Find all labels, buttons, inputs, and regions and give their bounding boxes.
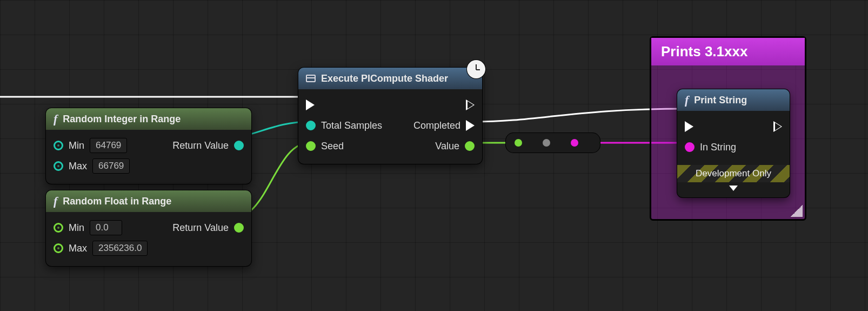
comment-title[interactable]: Prints 3.1xxx xyxy=(651,38,805,65)
pin-label: Min xyxy=(69,222,84,234)
pin-max-float[interactable] xyxy=(54,243,63,253)
pin-in-string[interactable] xyxy=(685,142,695,152)
node-print-string[interactable]: f Print String In String Development Onl… xyxy=(677,89,790,197)
input-max-value[interactable]: 2356236.0 xyxy=(92,241,148,256)
pin-return-int[interactable] xyxy=(234,141,244,150)
node-random-float-in-range[interactable]: f Random Float in Range Min 0.0 Max 2356… xyxy=(46,190,251,266)
input-max-value[interactable]: 66769 xyxy=(92,158,130,174)
pin-total-samples[interactable] xyxy=(306,121,316,130)
node-title: Execute PICompute Shader xyxy=(321,73,448,84)
node-title: Random Integer in Range xyxy=(63,114,181,125)
pin-label: In String xyxy=(700,142,736,153)
pin-return-float[interactable] xyxy=(234,223,244,233)
window-icon xyxy=(306,75,316,82)
pin-label: Max xyxy=(69,161,87,172)
exec-out-completed[interactable] xyxy=(466,120,475,131)
knot-center-icon xyxy=(543,139,550,147)
development-only-banner: Development Only xyxy=(677,165,790,182)
node-title: Random Float in Range xyxy=(63,196,171,207)
knot-in-float[interactable] xyxy=(515,139,522,147)
pin-label: Seed xyxy=(321,141,344,152)
reroute-knot[interactable] xyxy=(506,133,600,153)
pin-min-float[interactable] xyxy=(54,223,63,233)
resize-handle-icon[interactable] xyxy=(791,205,803,217)
knot-out-string[interactable] xyxy=(571,139,578,147)
pin-seed[interactable] xyxy=(306,141,316,151)
input-min-value[interactable]: 64769 xyxy=(90,138,127,153)
pin-label: Min xyxy=(69,140,84,151)
pin-label: Completed xyxy=(413,120,460,131)
pin-label: Return Value xyxy=(172,222,229,234)
pin-label: Return Value xyxy=(172,140,229,151)
exec-in[interactable] xyxy=(685,121,693,132)
function-icon: f xyxy=(54,194,57,208)
function-icon: f xyxy=(685,93,689,107)
pin-label: Max xyxy=(69,243,87,254)
function-icon: f xyxy=(54,112,57,126)
node-random-integer-in-range[interactable]: f Random Integer in Range Min 64769 Max … xyxy=(46,108,251,184)
pin-min-int[interactable] xyxy=(54,141,63,150)
node-execute-picompute-shader[interactable]: Execute PICompute Shader Total Samples S… xyxy=(298,68,482,164)
node-title: Print String xyxy=(694,95,747,106)
chevron-down-icon xyxy=(729,186,738,191)
expand-button[interactable] xyxy=(677,182,790,197)
exec-out-then[interactable] xyxy=(466,100,475,110)
exec-out[interactable] xyxy=(773,121,782,132)
pin-label: Value xyxy=(435,141,459,152)
input-min-value[interactable]: 0.0 xyxy=(90,220,122,235)
pin-value-float[interactable] xyxy=(465,141,475,151)
pin-label: Total Samples xyxy=(321,120,382,131)
pin-max-int[interactable] xyxy=(54,161,63,171)
exec-in[interactable] xyxy=(306,100,315,110)
latent-icon xyxy=(467,60,485,78)
